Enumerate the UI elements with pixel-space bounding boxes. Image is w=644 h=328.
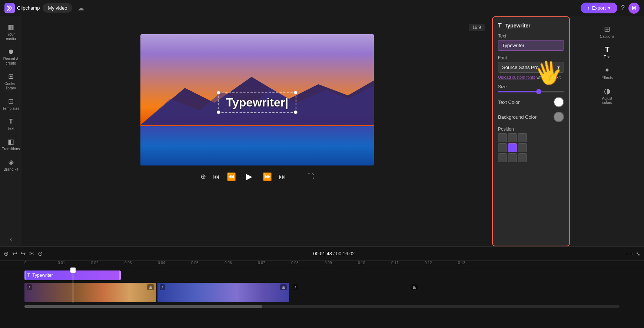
sidebar-collapse-button[interactable]: ‹	[10, 236, 12, 243]
my-video-button[interactable]: My video	[43, 3, 72, 13]
ruler-mark-0: 0	[24, 261, 27, 265]
timeline-scrollbar-thumb[interactable]	[24, 305, 262, 308]
expand-timeline-button[interactable]: ⤡	[636, 251, 640, 257]
clip-handle-right[interactable]	[119, 270, 121, 280]
canvas-area: 16:9 Typewriter|	[22, 16, 492, 246]
video-clip-2[interactable]: ♪ ⊞	[157, 283, 289, 302]
forward-button[interactable]: ⏩	[263, 172, 272, 181]
rp-item-adjust-colors[interactable]: ◑ Adjust colors	[597, 83, 618, 108]
sidebar-item-label: Transitions	[2, 147, 20, 151]
scrub-button[interactable]: ⊕	[200, 173, 206, 181]
pos-cell-0-1[interactable]	[508, 133, 517, 142]
video-clip-3[interactable]: ♪ ⊞	[291, 283, 420, 302]
text-color-swatch[interactable]	[554, 97, 564, 107]
sidebar-item-templates[interactable]: ⊡ Templates	[1, 94, 21, 114]
zoom-in-button[interactable]: +	[631, 251, 634, 257]
pos-cell-2-0[interactable]	[498, 153, 507, 162]
upload-custom-fonts-link[interactable]: Upload custom fonts	[498, 75, 535, 79]
bg-color-row: Background Color	[498, 112, 564, 122]
clip-handle-left[interactable]	[24, 270, 26, 280]
captions-label: Captions	[600, 35, 614, 39]
text-overlay-content: Typewriter|	[226, 96, 288, 109]
pos-cell-1-1[interactable]	[508, 143, 517, 152]
fullscreen-button[interactable]: ⛶	[308, 173, 314, 181]
water-reflection	[140, 126, 374, 165]
timeline-scrollbar[interactable]	[24, 305, 620, 308]
sidebar-item-label: Record & create	[2, 57, 20, 66]
video-clip-1[interactable]: ♪ ⊞	[24, 283, 156, 302]
rp-item-text[interactable]: T Text	[597, 42, 618, 62]
expand-icon-3: ⊞	[411, 284, 418, 290]
text-rp-icon: T	[605, 45, 609, 54]
text-track-row: T Typewriter	[24, 270, 644, 281]
upload-with-label: with brand kit	[537, 75, 561, 79]
export-label: Export	[592, 5, 606, 11]
export-button[interactable]: ↑ Export ▾	[581, 3, 617, 13]
text-overlay[interactable]: Typewriter|	[218, 92, 296, 113]
skip-forward-button[interactable]: ⏭	[279, 173, 286, 181]
bg-color-swatch[interactable]	[554, 112, 564, 122]
brand-kit-icon: ◈	[9, 158, 14, 166]
rewind-button[interactable]: ⏪	[227, 172, 236, 181]
text-input[interactable]	[498, 40, 564, 51]
sidebar-item-transitions[interactable]: ◧ Transitions	[1, 135, 21, 154]
pos-cell-0-0[interactable]	[498, 133, 507, 142]
selection-handle-tl[interactable]	[217, 91, 220, 95]
sidebar-item-text[interactable]: T Text	[1, 115, 21, 134]
rp-item-captions[interactable]: ⊞ Captions	[597, 22, 618, 42]
upload-fonts-row: Upload custom fonts with brand kit	[498, 74, 564, 80]
undo-button[interactable]: ↩	[12, 250, 17, 257]
play-button[interactable]: ▶	[243, 170, 256, 183]
pos-cell-2-2[interactable]	[518, 153, 527, 162]
record-create-icon: ⏺	[8, 48, 14, 56]
ruler-mark-5: 0:05	[191, 261, 198, 265]
adjust-colors-icon: ◑	[604, 86, 610, 95]
export-arrow: ▾	[608, 5, 611, 11]
sidebar-item-label: Brand kit	[4, 167, 18, 172]
skip-back-button[interactable]: ⏮	[213, 173, 220, 181]
selection-handle-bl[interactable]	[217, 111, 220, 114]
slider-fill	[498, 91, 538, 92]
font-select[interactable]: Source Sans Pro ▾	[498, 62, 564, 73]
slider-thumb[interactable]	[536, 89, 541, 94]
time-display: 00:01.48 / 00:16.02	[313, 251, 355, 256]
zoom-out-button[interactable]: −	[625, 251, 628, 257]
redo-button[interactable]: ↪	[21, 250, 26, 257]
sidebar-item-brand-kit[interactable]: ◈ Brand kit	[1, 155, 21, 175]
cut-button[interactable]: ✂	[29, 250, 34, 257]
playhead[interactable]	[73, 268, 73, 303]
ruler-mark-2: 0:02	[91, 261, 98, 265]
sidebar-item-record-create[interactable]: ⏺ Record & create	[1, 45, 21, 69]
save-button[interactable]: ⊙	[38, 250, 43, 257]
panel-header-icon: T	[498, 22, 502, 29]
position-section: Position	[498, 127, 564, 162]
audio-icon-2: ♪	[160, 284, 165, 290]
scrub-tool-button[interactable]: ⊕	[4, 250, 9, 257]
panel-header-label: Typewriter	[505, 23, 531, 29]
expand-icon-1: ⊞	[147, 284, 154, 290]
zoom-controls: − + ⤡	[625, 251, 640, 257]
rp-item-effects[interactable]: ✦ Effects	[597, 63, 618, 83]
sidebar-item-your-media[interactable]: ▦ Your media	[1, 20, 21, 44]
content-library-icon: ⊞	[8, 72, 14, 81]
ruler-mark-12: 0:12	[425, 261, 432, 265]
topbar-right: ↑ Export ▾ ? M	[581, 3, 640, 14]
logo-icon	[4, 3, 15, 13]
bg-color-label: Background Color	[498, 114, 537, 120]
timeline-toolbar: ⊕ ↩ ↪ ✂ ⊙ 00:01.48 / 00:16.02 − + ⤡	[0, 247, 644, 261]
templates-icon: ⊡	[8, 97, 14, 105]
pos-cell-2-1[interactable]	[508, 153, 517, 162]
size-label: Size	[498, 84, 564, 89]
cloud-icon: ☁	[77, 4, 84, 12]
help-icon[interactable]: ?	[621, 4, 625, 12]
ruler-mark-7: 0:07	[258, 261, 265, 265]
timeline-content: 0 0:01 0:02 0:03 0:04 0:05 0:06 0:07 0:0…	[0, 261, 644, 328]
pos-cell-0-2[interactable]	[518, 133, 527, 142]
size-section: Size	[498, 84, 564, 92]
avatar[interactable]: M	[628, 3, 640, 14]
text-icon: T	[9, 118, 13, 125]
pos-cell-1-2[interactable]	[518, 143, 527, 152]
pos-cell-1-0[interactable]	[498, 143, 507, 152]
sidebar-item-content-library[interactable]: ⊞ Content library	[1, 69, 21, 94]
size-slider-container	[498, 91, 564, 92]
